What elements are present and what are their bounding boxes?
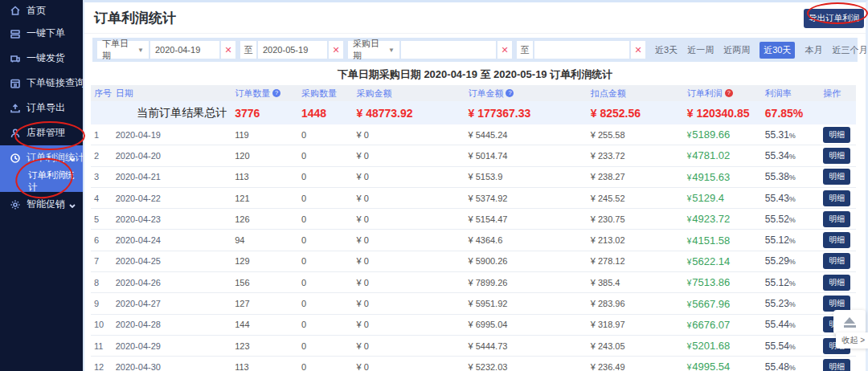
row-order-amount: ¥ 5154.47 xyxy=(465,214,587,224)
row-index: 10 xyxy=(91,320,113,329)
table-row: 52020-04-231260¥ 0¥ 5154.47¥ 230.75¥4923… xyxy=(91,209,856,230)
sidebar-subitem-order-profit-stats[interactable]: 订单利润统计 xyxy=(0,170,83,192)
purchase-date-type-select[interactable]: 采购日期 ▼ xyxy=(348,41,399,59)
col-header-order-profit: 订单利润 ? xyxy=(684,88,762,100)
summary-profit-rate: 67.85% xyxy=(762,107,820,120)
sidebar-item-store-group[interactable]: 店群管理 xyxy=(0,120,83,145)
row-profit-rate: 55.48% xyxy=(762,361,820,371)
row-index: 3 xyxy=(91,172,113,181)
range-last-2-weeks[interactable]: 近两周 xyxy=(723,44,750,56)
row-index: 12 xyxy=(91,362,113,371)
row-order-profit: ¥5667.96 xyxy=(684,298,762,310)
sidebar-item-one-click-ship[interactable]: 一键发货 xyxy=(0,46,83,71)
row-purchase-qty: 0 xyxy=(298,341,354,351)
sidebar-item-order-export[interactable]: 订单导出 xyxy=(0,96,83,120)
summary-order-amount: ¥ 177367.33 xyxy=(465,107,587,120)
purchase-date-from-input[interactable] xyxy=(401,41,496,59)
collapse-toggle[interactable]: 收起 > xyxy=(836,332,868,349)
detail-button[interactable]: 明细 xyxy=(823,253,850,269)
row-actions: 明细 xyxy=(820,211,856,227)
sidebar-item-order-link-query[interactable]: 下单链接查询 xyxy=(0,71,83,96)
info-icon[interactable]: ? xyxy=(272,89,280,97)
table-row: 12020-04-191190¥ 0¥ 5445.24¥ 255.58¥5189… xyxy=(91,124,856,145)
row-date: 2020-04-19 xyxy=(113,130,232,140)
row-deduction-amount: ¥ 238.27 xyxy=(588,172,684,181)
smart-promo-gear-icon xyxy=(10,199,21,210)
row-purchase-amount: ¥ 0 xyxy=(353,130,465,140)
sidebar-item-label: 一键下单 xyxy=(27,26,65,40)
order-date-type-select[interactable]: 下单日期 ▼ xyxy=(97,41,149,59)
row-profit-rate: 55.31% xyxy=(762,129,820,141)
row-purchase-amount: ¥ 0 xyxy=(353,256,465,266)
row-order-profit: ¥5622.14 xyxy=(684,255,762,267)
range-last-week[interactable]: 近一周 xyxy=(687,44,714,56)
row-purchase-amount: ¥ 0 xyxy=(353,194,465,203)
row-order-amount: ¥ 5374.92 xyxy=(465,194,587,203)
row-purchase-qty: 0 xyxy=(298,362,354,371)
detail-button[interactable]: 明细 xyxy=(823,190,850,206)
range-last-3-months[interactable]: 近三个月 xyxy=(832,44,867,56)
profit-table: 序号 日期 订单数量 ? 采购数量 采购金额 订单金额 ? 扣点金额 订单利润 … xyxy=(91,85,856,371)
row-order-qty: 121 xyxy=(231,194,298,203)
clear-purchase-date-from-icon[interactable]: ✕ xyxy=(497,41,512,59)
row-index: 6 xyxy=(91,235,113,245)
detail-button[interactable]: 明细 xyxy=(823,148,850,164)
detail-button[interactable]: 明细 xyxy=(823,359,850,371)
range-last-30-days[interactable]: 近30天 xyxy=(760,42,795,59)
detail-button[interactable]: 明细 xyxy=(823,169,850,185)
sidebar-active-group: 订单利润统计 订单利润统计 xyxy=(0,145,83,192)
info-icon[interactable]: ? xyxy=(506,89,514,97)
chevron-down-icon xyxy=(69,153,76,164)
one-click-order-icon xyxy=(10,28,21,39)
row-order-qty: 126 xyxy=(231,214,298,224)
row-order-qty: 127 xyxy=(231,299,298,308)
purchase-date-type-label: 采购日期 xyxy=(353,38,383,62)
row-deduction-amount: ¥ 385.4 xyxy=(588,278,684,287)
sidebar-item-home[interactable]: 首页 xyxy=(0,0,83,21)
row-order-qty: 119 xyxy=(231,130,298,140)
page-title: 订单利润统计 xyxy=(94,9,176,27)
row-date: 2020-04-23 xyxy=(113,214,232,224)
row-order-qty: 156 xyxy=(231,278,298,287)
detail-button[interactable]: 明细 xyxy=(823,232,850,248)
detail-button[interactable]: 明细 xyxy=(823,275,850,291)
sidebar-item-one-click-order[interactable]: 一键下单 xyxy=(0,21,83,46)
col-header-index: 序号 xyxy=(91,88,113,100)
table-row: 72020-04-251290¥ 0¥ 5900.26¥ 278.12¥5622… xyxy=(91,251,856,272)
sidebar-item-smart-promo[interactable]: 智能促销 xyxy=(0,192,83,217)
row-order-profit: ¥5129.4 xyxy=(684,192,762,204)
range-this-month[interactable]: 本月 xyxy=(805,44,822,56)
order-date-from-input[interactable]: 2020-04-19 xyxy=(150,41,219,59)
row-order-qty: 94 xyxy=(231,235,298,245)
row-purchase-amount: ¥ 0 xyxy=(353,341,465,351)
row-actions: 明细 xyxy=(820,127,856,143)
row-profit-rate: 55.43% xyxy=(762,193,820,204)
chevron-down-icon xyxy=(69,199,76,210)
range-last-3-days[interactable]: 近3天 xyxy=(655,44,678,56)
export-order-profit-button[interactable]: 导出订单利润 xyxy=(804,9,864,28)
sidebar-item-order-profit-stats[interactable]: 订单利润统计 xyxy=(0,145,83,170)
col-header-profit-rate: 利润率 xyxy=(762,88,820,100)
clear-order-date-from-icon[interactable]: ✕ xyxy=(221,41,235,59)
collapse-panel-icon[interactable] xyxy=(833,310,866,334)
summary-order-qty: 3776 xyxy=(231,107,298,120)
sidebar-item-label: 订单利润统计 xyxy=(27,151,84,165)
detail-button[interactable]: 明细 xyxy=(823,127,850,143)
row-deduction-amount: ¥ 213.02 xyxy=(588,235,684,245)
row-index: 4 xyxy=(91,194,113,203)
row-order-amount: ¥ 5951.92 xyxy=(465,299,587,308)
to-label: 至 xyxy=(517,41,533,59)
order-date-to-input[interactable]: 2020-05-19 xyxy=(258,41,327,59)
info-icon[interactable]: ? xyxy=(725,89,733,97)
one-click-ship-icon xyxy=(10,53,21,64)
detail-button[interactable]: 明细 xyxy=(823,211,850,227)
clear-purchase-date-to-icon[interactable]: ✕ xyxy=(631,41,645,59)
sidebar-item-label: 店群管理 xyxy=(27,126,65,140)
clear-order-date-to-icon[interactable]: ✕ xyxy=(329,41,343,59)
page-header: 订单利润统计 导出订单利润 xyxy=(84,2,866,34)
purchase-date-to-input[interactable] xyxy=(534,41,629,59)
summary-order-profit: ¥ 120340.85 xyxy=(684,107,762,120)
row-order-amount: ¥ 4364.6 xyxy=(465,235,587,245)
row-purchase-qty: 0 xyxy=(298,320,354,329)
row-deduction-amount: ¥ 255.58 xyxy=(588,130,684,140)
